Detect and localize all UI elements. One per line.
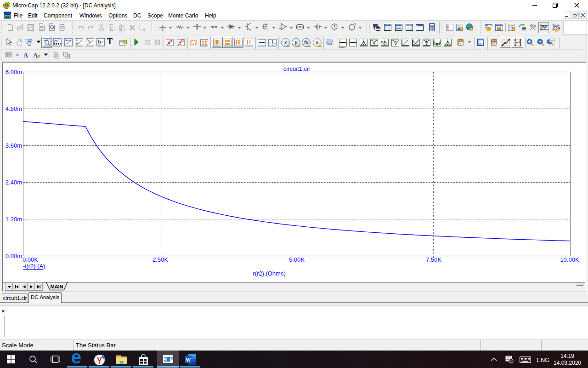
svg-text:W: W bbox=[186, 357, 191, 362]
svg-text:100: 100 bbox=[550, 39, 554, 42]
svg-text:4.80m: 4.80m bbox=[6, 105, 22, 112]
svg-text:3.60m: 3.60m bbox=[6, 142, 22, 149]
svg-text:fx: fx bbox=[98, 39, 102, 44]
svg-text:2.50K: 2.50K bbox=[153, 256, 168, 263]
svg-text:5.00K: 5.00K bbox=[289, 256, 305, 263]
svg-text:A: A bbox=[23, 52, 28, 59]
svg-text:7.50K: 7.50K bbox=[426, 256, 441, 263]
svg-text:10.00K: 10.00K bbox=[560, 256, 579, 263]
svg-text:1.20m: 1.20m bbox=[6, 216, 22, 223]
svg-text:0.00m: 0.00m bbox=[6, 253, 22, 259]
svg-text:123: 123 bbox=[492, 42, 497, 45]
svg-text:0.00K: 0.00K bbox=[23, 256, 38, 263]
svg-text:2.40m: 2.40m bbox=[6, 179, 22, 186]
svg-text:-i(r2) (A): -i(r2) (A) bbox=[23, 263, 45, 270]
svg-text:6.00m: 6.00m bbox=[6, 69, 22, 75]
svg-text:circuit1.cir: circuit1.cir bbox=[283, 65, 311, 72]
svg-text:r(r2) (Ohms): r(r2) (Ohms) bbox=[253, 270, 286, 277]
